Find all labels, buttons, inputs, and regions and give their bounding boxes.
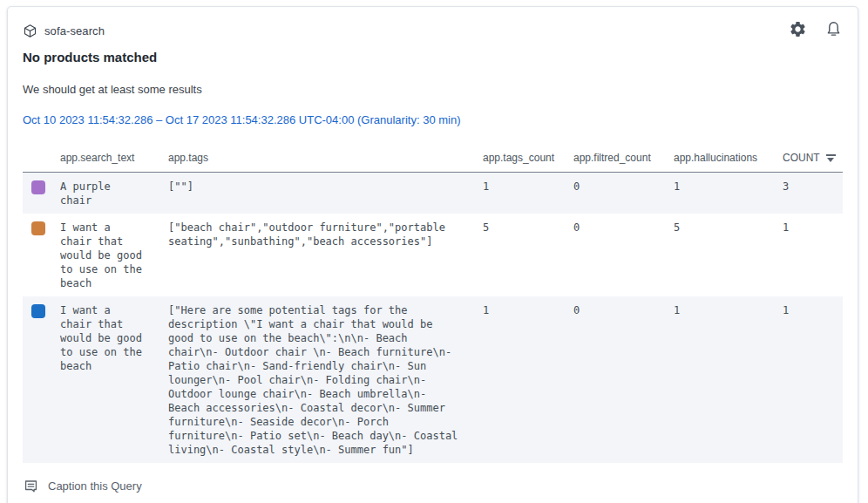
cell-tags-count: 5 bbox=[483, 221, 573, 290]
column-header-count[interactable]: COUNT bbox=[783, 152, 843, 164]
table-row[interactable]: A purple chair [""] 1 0 1 3 bbox=[23, 173, 843, 214]
series-swatch bbox=[31, 304, 45, 318]
page-title: No products matched bbox=[23, 50, 843, 65]
cell-hallucinations: 5 bbox=[674, 221, 783, 290]
caption-icon bbox=[23, 478, 39, 494]
cell-tags: ["Here are some potential tags for the d… bbox=[168, 303, 459, 457]
settings-button[interactable] bbox=[789, 20, 807, 42]
cell-search-text: A purple chair bbox=[60, 180, 146, 207]
card-header: sofa-search bbox=[23, 20, 843, 42]
table-row[interactable]: I want a chair that would be good to use… bbox=[23, 296, 843, 463]
time-range-link[interactable]: Oct 10 2023 11:54:32.286 – Oct 17 2023 1… bbox=[23, 113, 461, 126]
bell-icon bbox=[824, 20, 843, 42]
column-header-tags[interactable]: app.tags bbox=[168, 152, 483, 164]
column-header-hallucinations[interactable]: app.hallucinations bbox=[674, 152, 783, 164]
column-header-tags-count[interactable]: app.tags_count bbox=[483, 152, 573, 164]
column-header-swatch bbox=[23, 152, 60, 164]
cell-search-text: I want a chair that would be good to use… bbox=[60, 221, 146, 290]
cell-tags-count: 1 bbox=[483, 303, 573, 457]
notifications-button[interactable] bbox=[824, 20, 843, 42]
caption-label: Caption this Query bbox=[48, 479, 142, 493]
cell-tags: ["beach chair","outdoor furniture","port… bbox=[168, 221, 459, 290]
cell-search-text: I want a chair that would be good to use… bbox=[60, 303, 146, 457]
table-header-row: app.search_text app.tags app.tags_count … bbox=[23, 152, 843, 173]
column-header-search-text[interactable]: app.search_text bbox=[60, 152, 168, 164]
column-header-filtred-count[interactable]: app.filtred_count bbox=[573, 152, 674, 164]
query-result-card: sofa-search No products matched We shoul… bbox=[7, 6, 858, 503]
dataset-link[interactable]: sofa-search bbox=[23, 24, 105, 38]
gear-icon bbox=[789, 20, 807, 42]
cell-tags: [""] bbox=[168, 180, 459, 207]
cube-icon bbox=[23, 24, 37, 38]
dataset-name: sofa-search bbox=[44, 24, 105, 37]
results-table: app.search_text app.tags app.tags_count … bbox=[23, 152, 843, 463]
cell-filtred-count: 0 bbox=[573, 221, 674, 290]
cell-filtred-count: 0 bbox=[573, 303, 674, 457]
series-swatch bbox=[31, 180, 45, 194]
cell-count: 1 bbox=[783, 221, 843, 290]
series-swatch bbox=[31, 221, 45, 235]
cell-count: 1 bbox=[783, 303, 843, 457]
table-row[interactable]: I want a chair that would be good to use… bbox=[23, 214, 843, 296]
cell-hallucinations: 1 bbox=[674, 303, 783, 457]
cell-tags-count: 1 bbox=[483, 180, 573, 207]
caption-query-button[interactable]: Caption this Query bbox=[23, 478, 142, 494]
trigger-description: We should get at least some results bbox=[23, 83, 843, 96]
cell-count: 3 bbox=[783, 180, 843, 207]
cell-hallucinations: 1 bbox=[674, 180, 783, 207]
cell-filtred-count: 0 bbox=[573, 180, 674, 207]
sort-desc-icon bbox=[826, 154, 836, 162]
